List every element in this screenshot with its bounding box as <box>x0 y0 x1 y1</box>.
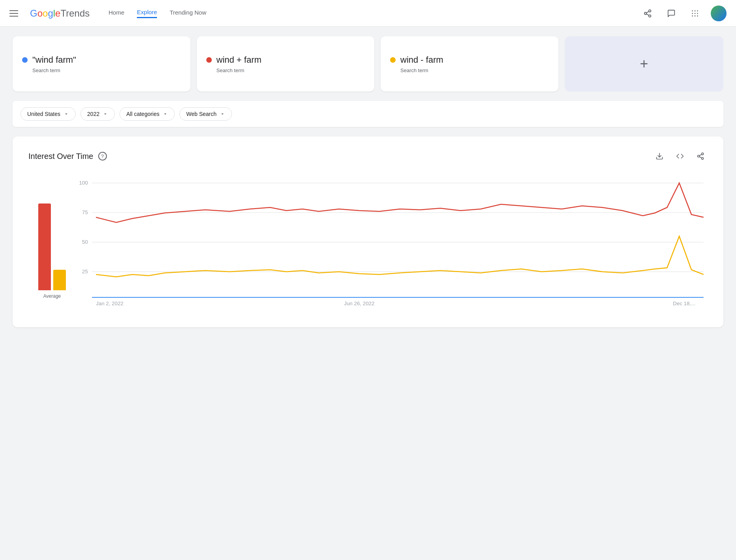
svg-point-13 <box>697 15 698 17</box>
search-card-3[interactable]: wind - farm Search term <box>381 36 559 91</box>
search-card-2-title: wind + farm <box>217 55 262 65</box>
categories-filter[interactable]: All categories <box>120 107 175 121</box>
x-label-jan: Jan 2, 2022 <box>96 301 123 306</box>
chart-area: Average 100 75 50 25 <box>28 179 708 315</box>
chart-header: Interest Over Time ? <box>28 149 708 163</box>
apps-button[interactable] <box>687 6 703 21</box>
average-label: Average <box>43 293 61 299</box>
search-card-2[interactable]: wind + farm Search term <box>197 36 375 91</box>
search-card-3-title: wind - farm <box>400 55 443 65</box>
search-card-3-subtitle: Search term <box>400 67 549 73</box>
avatar[interactable] <box>711 6 727 21</box>
y-label-50: 50 <box>82 239 88 245</box>
embed-button[interactable] <box>673 149 687 163</box>
svg-point-5 <box>692 10 693 11</box>
search-type-filter[interactable]: Web Search <box>179 107 232 121</box>
svg-point-11 <box>692 15 693 17</box>
header-right <box>640 6 727 21</box>
chart-card: Interest Over Time ? <box>13 136 723 327</box>
logo-google-text: Google <box>30 8 60 19</box>
year-filter-label: 2022 <box>87 111 99 117</box>
search-card-1-title: "wind farm" <box>32 55 76 65</box>
feedback-button[interactable] <box>663 6 679 21</box>
chart-info-icon[interactable]: ? <box>98 152 107 161</box>
dot-blue <box>22 57 28 63</box>
nav-trending-now[interactable]: Trending Now <box>170 9 206 17</box>
location-filter[interactable]: United States <box>21 107 76 121</box>
main-nav: Home Explore Trending Now <box>108 9 206 18</box>
search-card-1-subtitle: Search term <box>32 67 181 73</box>
main-content: "wind farm" Search term wind + farm Sear… <box>0 27 736 337</box>
svg-line-19 <box>699 154 702 155</box>
svg-point-12 <box>695 15 696 17</box>
header: Google Trends Home Explore Trending Now <box>0 0 736 27</box>
y-label-100: 100 <box>79 180 88 186</box>
svg-line-4 <box>646 11 649 13</box>
y-label-75: 75 <box>82 209 88 215</box>
chart-title: Interest Over Time <box>28 152 93 161</box>
search-card-1[interactable]: "wind farm" Search term <box>13 36 191 91</box>
nav-explore[interactable]: Explore <box>137 9 157 18</box>
search-card-2-subtitle: Search term <box>217 67 365 73</box>
dot-red <box>206 57 212 63</box>
svg-point-9 <box>695 13 696 14</box>
menu-icon[interactable] <box>9 6 24 21</box>
filter-row: United States 2022 All categories Web Se… <box>13 101 723 127</box>
svg-line-18 <box>699 157 702 158</box>
chart-actions <box>652 149 708 163</box>
download-button[interactable] <box>652 149 667 163</box>
dot-yellow <box>390 57 396 63</box>
location-filter-label: United States <box>27 111 60 117</box>
search-type-filter-label: Web Search <box>186 111 217 117</box>
search-cards-row: "wind farm" Search term wind + farm Sear… <box>13 36 723 91</box>
share-chart-button[interactable] <box>693 149 708 163</box>
logo[interactable]: Google Trends <box>30 8 90 19</box>
add-icon: + <box>640 56 648 72</box>
chart-average-sidebar: Average <box>28 179 76 315</box>
red-line <box>96 183 703 222</box>
svg-line-3 <box>646 14 649 15</box>
average-bar-yellow <box>53 270 66 290</box>
categories-filter-label: All categories <box>126 111 159 117</box>
logo-trends-text: Trends <box>60 8 90 19</box>
chart-title-row: Interest Over Time ? <box>28 152 107 161</box>
x-label-jun: Jun 26, 2022 <box>344 301 374 306</box>
average-bar-chart <box>38 180 66 290</box>
share-button[interactable] <box>640 6 656 21</box>
x-label-dec: Dec 18,... <box>673 301 695 306</box>
add-search-card-button[interactable]: + <box>565 36 724 91</box>
svg-point-7 <box>697 10 698 11</box>
year-filter[interactable]: 2022 <box>80 107 115 121</box>
svg-point-8 <box>692 13 693 14</box>
svg-point-6 <box>695 10 696 11</box>
svg-point-10 <box>697 13 698 14</box>
y-label-25: 25 <box>82 269 88 274</box>
chart-main: 100 75 50 25 Jan 2, 2022 Jun 26, 2022 De… <box>76 179 708 315</box>
chart-svg: 100 75 50 25 Jan 2, 2022 Jun 26, 2022 De… <box>76 179 708 313</box>
nav-home[interactable]: Home <box>108 9 124 17</box>
average-bar-red <box>38 203 51 290</box>
